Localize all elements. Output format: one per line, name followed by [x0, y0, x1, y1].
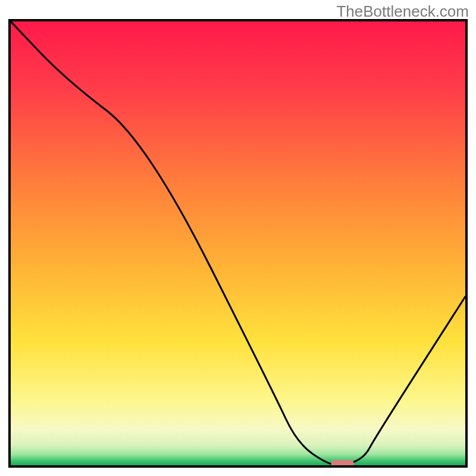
- watermark-text: TheBottleneck.com: [336, 2, 469, 21]
- optimal-marker: [331, 460, 354, 465]
- bottleneck-chart: [11, 21, 465, 465]
- chart-container: TheBottleneck.com: [0, 0, 476, 476]
- chart-plot-area: [11, 21, 465, 465]
- chart-frame: [8, 19, 468, 468]
